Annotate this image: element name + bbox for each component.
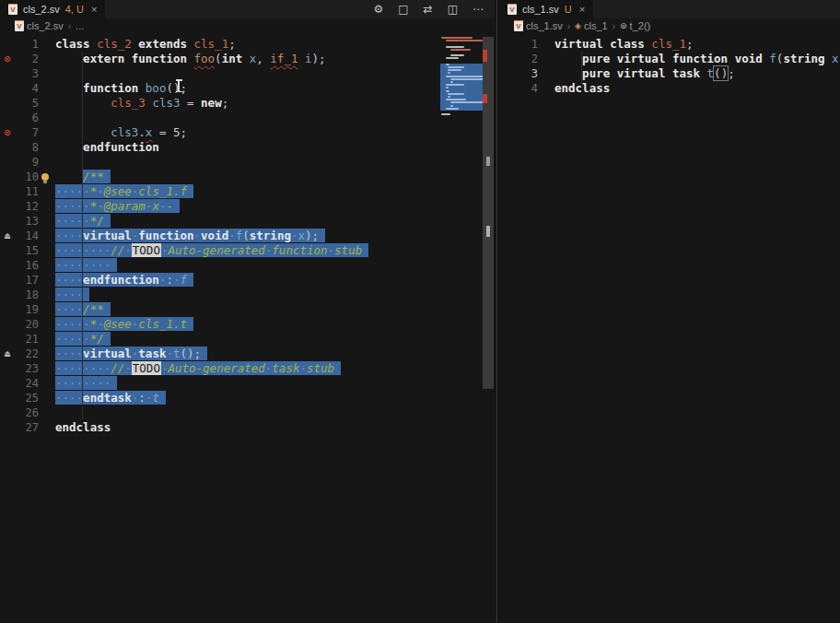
- override-indicator-icon[interactable]: ⏏: [0, 229, 15, 243]
- square-icon[interactable]: □: [398, 4, 408, 15]
- breadcrumb-item-...[interactable]: ...: [76, 20, 84, 31]
- line-number[interactable]: 5: [15, 96, 39, 111]
- code-line[interactable]: 8 endfunction: [0, 140, 495, 155]
- line-number[interactable]: 19: [15, 302, 39, 317]
- code-line[interactable]: ⊗7 cls3.x = 5;: [0, 125, 495, 140]
- code-editor-cls_1[interactable]: 1virtual class cls_1;2 pure virtual func…: [499, 37, 840, 96]
- line-number[interactable]: 6: [15, 111, 39, 125]
- line-number[interactable]: 9: [15, 155, 39, 170]
- code-line[interactable]: 5 cls_3 cls3 = new;: [0, 96, 495, 111]
- line-number[interactable]: 4: [514, 81, 538, 96]
- code-line[interactable]: 3: [0, 66, 495, 81]
- compare-changes-icon[interactable]: ⇄: [424, 4, 433, 15]
- code-line[interactable]: 18····: [0, 288, 495, 302]
- code-line[interactable]: 26: [0, 406, 495, 420]
- line-number[interactable]: 23: [15, 361, 39, 376]
- line-number[interactable]: 8: [15, 140, 39, 155]
- code-line[interactable]: 20·····*·@see·cls_1.t: [0, 317, 495, 332]
- breadcrumb-item-t_2[interactable]: ⊚t_2(): [620, 20, 650, 31]
- tab-decoration: 4, U: [65, 4, 84, 15]
- more-actions-icon[interactable]: ⋯: [472, 4, 484, 15]
- code-line[interactable]: 2 pure virtual function void f(string x)…: [499, 52, 840, 66]
- tab-close-icon[interactable]: ×: [579, 4, 585, 15]
- line-number[interactable]: 1: [15, 37, 39, 52]
- code-token: =: [152, 125, 173, 139]
- line-number[interactable]: 7: [15, 125, 39, 140]
- minimap-line: [446, 64, 449, 65]
- line-number[interactable]: 4: [15, 81, 39, 96]
- code-line[interactable]: 10 /**: [0, 170, 495, 184]
- line-number[interactable]: 18: [15, 288, 39, 302]
- scrollbar-overview-ruler[interactable]: [483, 37, 494, 389]
- lightbulb-icon[interactable]: [41, 173, 49, 181]
- minimap-line: [441, 37, 472, 39]
- code-line[interactable]: 4endclass: [499, 81, 840, 96]
- code-line[interactable]: 27endclass: [0, 420, 495, 435]
- selection-highlight: ·····*·@see·cls_1.t: [55, 317, 193, 331]
- line-number[interactable]: 3: [514, 66, 538, 81]
- code-line[interactable]: ⏏14····virtual·function·void·f(string·x)…: [0, 229, 495, 243]
- line-number[interactable]: 14: [15, 229, 39, 243]
- line-number[interactable]: 1: [514, 37, 538, 52]
- line-number[interactable]: 27: [15, 420, 39, 435]
- code-token: pure virtual task: [582, 66, 706, 80]
- code-line[interactable]: 17····endfunction·:·f: [0, 273, 495, 288]
- code-line[interactable]: 25····endtask·:·t: [0, 391, 495, 406]
- code-line[interactable]: 19····/**: [0, 302, 495, 317]
- line-number[interactable]: 24: [15, 376, 39, 391]
- code-content: class cls_2 extends cls_1;: [39, 37, 236, 52]
- line-number[interactable]: 16: [15, 258, 39, 273]
- line-number[interactable]: 10: [15, 170, 39, 184]
- split-editor-icon[interactable]: ◫: [448, 4, 458, 15]
- tab-close-icon[interactable]: ×: [91, 4, 97, 15]
- line-number[interactable]: 17: [15, 273, 39, 288]
- code-line[interactable]: 15········//·TODO·Auto-generated·functio…: [0, 243, 495, 258]
- code-line[interactable]: 6: [0, 111, 495, 125]
- code-line[interactable]: 23········//·TODO·Auto-generated·task·st…: [0, 361, 495, 376]
- code-line[interactable]: 1virtual class cls_1;: [499, 37, 840, 52]
- tab-cls_1[interactable]: V cls_1.sv U ×: [499, 0, 593, 18]
- gutter: 12: [0, 199, 39, 214]
- breadcrumb-item-cls_2.sv[interactable]: Vcls_2.sv: [15, 20, 64, 31]
- code-content: ·····*·@see·cls_1.f: [39, 184, 193, 199]
- code-line[interactable]: ⊗2 extern function foo(int x, if_1 i);: [0, 52, 495, 66]
- line-number[interactable]: 11: [15, 184, 39, 199]
- line-number[interactable]: 3: [15, 66, 39, 81]
- line-number[interactable]: 20: [15, 317, 39, 332]
- code-line[interactable]: 3 pure virtual task t();: [499, 66, 840, 81]
- code-token: ····: [55, 288, 83, 301]
- code-line[interactable]: 12·····*·@param·x·-: [0, 199, 495, 214]
- tab-cls_2[interactable]: V cls_2.sv 4, U ×: [0, 0, 105, 18]
- breadcrumb-item-cls_1[interactable]: ◈cls_1: [575, 20, 608, 31]
- code-token: ····: [55, 229, 83, 242]
- code-line[interactable]: ⏏22····virtual·task·t();: [0, 347, 495, 361]
- line-number[interactable]: 2: [15, 52, 39, 66]
- code-token: ·····: [55, 184, 90, 198]
- line-number[interactable]: 22: [15, 347, 39, 361]
- minimap[interactable]: [440, 37, 483, 129]
- breadcrumb-item-cls_1.sv[interactable]: Vcls_1.sv: [514, 20, 563, 31]
- code-line[interactable]: 11·····*·@see·cls_1.f: [0, 184, 495, 199]
- line-number[interactable]: 2: [514, 52, 538, 66]
- code-line[interactable]: 13·····*/: [0, 214, 495, 229]
- code-token: virtual: [83, 229, 132, 242]
- code-editor-cls_2[interactable]: 1class cls_2 extends cls_1;⊗2 extern fun…: [0, 37, 495, 435]
- line-number[interactable]: 12: [15, 199, 39, 214]
- gear-icon[interactable]: ⚙: [373, 4, 383, 15]
- code-line[interactable]: 1class cls_2 extends cls_1;: [0, 37, 495, 52]
- code-line[interactable]: 16········: [0, 258, 495, 273]
- code-line[interactable]: 9: [0, 155, 495, 170]
- line-number[interactable]: 25: [15, 391, 39, 406]
- code-token: TODO: [132, 361, 161, 375]
- code-token: =: [181, 96, 202, 110]
- code-token: Auto-generated: [168, 243, 264, 257]
- code-line[interactable]: 24········: [0, 376, 495, 391]
- line-number[interactable]: 26: [15, 406, 39, 420]
- line-number[interactable]: 13: [15, 214, 39, 229]
- line-number[interactable]: 15: [15, 243, 39, 258]
- line-number[interactable]: 21: [15, 332, 39, 347]
- code-line[interactable]: 21·····*/: [0, 332, 495, 347]
- code-line[interactable]: 4 function boo();: [0, 81, 495, 96]
- override-indicator-icon[interactable]: ⏏: [0, 347, 15, 361]
- code-token: [554, 52, 582, 65]
